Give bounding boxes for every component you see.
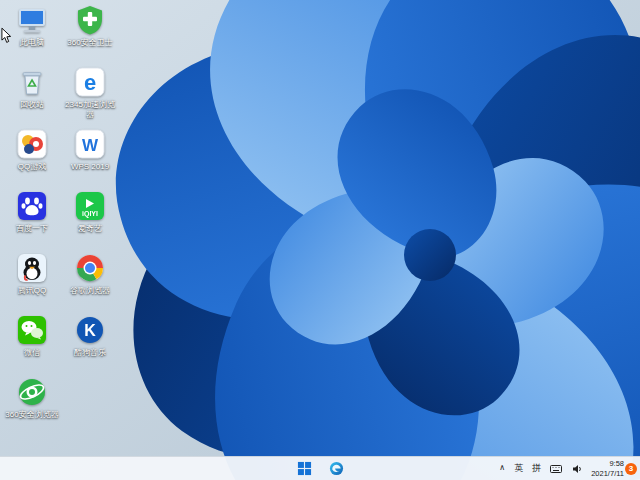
icon-label: 谷歌浏览器	[70, 286, 110, 296]
volume-button[interactable]	[570, 459, 584, 478]
icon-label: WPS 2019	[71, 162, 109, 172]
taskbar-center	[293, 457, 347, 480]
desktop-icon-wechat[interactable]: 微信	[4, 314, 60, 376]
desktop-icon-recycle-bin[interactable]: 回收站	[4, 66, 60, 128]
svg-text:W: W	[82, 136, 99, 155]
desktop-icon-wps[interactable]: W WPS 2019	[62, 128, 118, 190]
notification-badge[interactable]: 3	[625, 463, 637, 475]
desktop-icon-2345-browser[interactable]: e 2345加速浏览器	[62, 66, 118, 128]
icon-label: 360安全卫士	[67, 38, 112, 48]
2345-browser-icon: e	[74, 66, 106, 98]
clock-time: 9:58	[591, 459, 624, 469]
icon-label: 酷狗音乐	[74, 348, 106, 358]
icon-label: 百度一下	[16, 224, 48, 234]
touch-keyboard-button[interactable]	[549, 459, 563, 478]
icon-label: 腾讯QQ	[18, 286, 46, 296]
system-tray: ∧ 英 拼 9:58 2021/7/11	[498, 457, 624, 480]
edge-icon	[329, 461, 344, 476]
desktop-icon-this-pc[interactable]: 此电脑	[4, 4, 60, 66]
desktop-icon-qq-games[interactable]: QQ游戏	[4, 128, 60, 190]
desktop-icon-tencent-qq[interactable]: 腾讯QQ	[4, 252, 60, 314]
svg-text:iQIYI: iQIYI	[82, 210, 98, 218]
this-pc-icon	[16, 4, 48, 36]
chrome-icon	[74, 252, 106, 284]
icon-label: 2345加速浏览器	[62, 100, 118, 119]
qq-games-icon	[16, 128, 48, 160]
ime-mode-indicator[interactable]: 拼	[531, 459, 542, 478]
desktop-icon-baidu[interactable]: 百度一下	[4, 190, 60, 252]
edge-browser-button[interactable]	[325, 459, 347, 478]
iqiyi-icon: iQIYI	[74, 190, 106, 222]
desktop-icon-grid: 此电脑 回收站 QQ游戏 百度一下 腾讯QQ	[4, 4, 118, 438]
wechat-icon	[16, 314, 48, 346]
desktop-icon-kugou[interactable]: K 酷狗音乐	[62, 314, 118, 376]
360-safe-icon	[74, 4, 106, 36]
desktop-icon-360-browser[interactable]: 360安全浏览器	[4, 376, 60, 438]
keyboard-icon	[550, 463, 562, 475]
icon-label: 360安全浏览器	[5, 410, 58, 420]
icon-label: 微信	[24, 348, 40, 358]
desktop-icon-360-safe[interactable]: 360安全卫士	[62, 4, 118, 66]
icon-label: 此电脑	[20, 38, 44, 48]
360-browser-icon	[16, 376, 48, 408]
wps-icon: W	[74, 128, 106, 160]
mouse-cursor	[1, 27, 12, 44]
speaker-icon	[571, 463, 583, 475]
taskbar-clock[interactable]: 9:58 2021/7/11	[591, 459, 624, 479]
desktop-icon-chrome[interactable]: 谷歌浏览器	[62, 252, 118, 314]
taskbar: ∧ 英 拼 9:58 2021/7/11 3	[0, 456, 640, 480]
tray-overflow-chevron[interactable]: ∧	[498, 458, 506, 477]
tencent-qq-icon	[16, 252, 48, 284]
desktop-icon-iqiyi[interactable]: iQIYI 爱奇艺	[62, 190, 118, 252]
desktop[interactable]: 此电脑 回收站 QQ游戏 百度一下 腾讯QQ	[0, 0, 640, 480]
ime-language-indicator[interactable]: 英	[513, 459, 524, 478]
svg-text:e: e	[84, 70, 96, 95]
recycle-bin-icon	[16, 66, 48, 98]
icon-label: 爱奇艺	[78, 224, 102, 234]
clock-date: 2021/7/11	[591, 469, 624, 479]
kugou-icon: K	[74, 314, 106, 346]
icon-label: QQ游戏	[18, 162, 46, 172]
start-button[interactable]	[293, 459, 315, 478]
svg-text:K: K	[84, 322, 96, 339]
baidu-icon	[16, 190, 48, 222]
icon-label: 回收站	[20, 100, 44, 110]
windows-start-icon	[297, 461, 312, 476]
